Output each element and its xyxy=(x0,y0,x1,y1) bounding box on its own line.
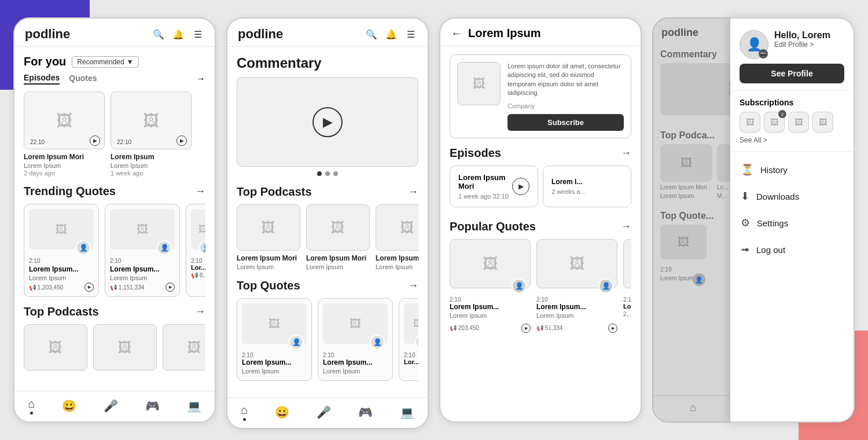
menu-item-history[interactable]: ⏳ History xyxy=(730,156,854,183)
podcast-sub-2-1: Lorem Ipsum xyxy=(306,263,370,270)
pop-avatar-0: 👤 xyxy=(512,278,527,294)
bell-icon[interactable]: 🔔 xyxy=(172,28,185,41)
menu-item-downloads[interactable]: ⬇ Downloads xyxy=(730,183,854,210)
quote-thumb-2: 🖼 👤 xyxy=(191,209,205,250)
quote-avatar-0: 👤 xyxy=(76,240,91,255)
nav-laptop-1[interactable]: 💻 xyxy=(187,399,201,413)
nav-emoji-1[interactable]: 😀 xyxy=(62,399,76,413)
top-podcasts-arrow-2[interactable]: → xyxy=(408,186,418,198)
pop-play-0[interactable]: ▶ xyxy=(521,324,531,333)
popular-quotes-arrow[interactable]: → xyxy=(621,221,631,233)
podcast-card-1-2: 🖼 xyxy=(163,324,205,374)
logo-1: podline xyxy=(25,27,70,42)
for-you-header: For you Recommended ▼ xyxy=(24,55,205,68)
menu-icon[interactable]: ☰ xyxy=(192,28,204,41)
play-button[interactable]: ▶ xyxy=(312,107,343,137)
nav-emoji-2[interactable]: 😀 xyxy=(275,405,289,419)
search-icon[interactable]: 🔍 xyxy=(152,28,165,41)
commentary-title: Commentary xyxy=(237,55,322,71)
top-quotes-arrow[interactable]: → xyxy=(408,280,418,292)
nav-game-1[interactable]: 🎮 xyxy=(145,399,160,413)
emoji-icon-1: 😀 xyxy=(62,399,76,413)
qt-title-0: Lorem Ipsum... xyxy=(242,358,307,366)
episode-thumb-0: 🖼 22:10 ▶ xyxy=(24,91,105,149)
quote-time-2: 2:10 xyxy=(191,258,205,264)
logout-icon: ➟ xyxy=(741,243,749,256)
sub-icon-0[interactable]: 🖼 xyxy=(740,112,760,133)
episode-list-info-0: Lorem Ipsum Mori 1 week ago 32:10 xyxy=(458,173,512,200)
pop-quote-card-1: 🖼 👤 2:10 Lorem Ipsum... Lorem Ipsum 📢 51… xyxy=(536,239,617,333)
top-podcasts-title-2: Top Podcasts xyxy=(237,185,312,199)
laptop-icon-2: 💻 xyxy=(400,405,414,419)
quote-avatar-2: 👤 xyxy=(199,240,205,255)
podcast-card-2-0: 🖼 Lorem Ipsum Mori Lorem Ipsum xyxy=(237,204,300,271)
menu-item-settings[interactable]: ⚙ Settings xyxy=(730,210,854,236)
home-icon-2: ⌂ xyxy=(241,404,248,417)
tab-arrow[interactable]: → xyxy=(196,74,205,84)
bg-podcast-card-0: 🖼 Lorem Ipsum Mori Lorem Ipsum xyxy=(660,144,712,199)
video-player[interactable]: ▶ xyxy=(237,77,418,167)
podcast-card-2-2: 🖼 Lorem Ipsum Mori Lorem Ipsum xyxy=(376,204,418,271)
episodes-row: Lorem Ipsum Mori 1 week ago 32:10 ▶ Lore… xyxy=(450,166,631,212)
nav-home-2[interactable]: ⌂ xyxy=(241,404,248,421)
emoji-icon-2: 😀 xyxy=(275,405,289,419)
back-button[interactable]: ← xyxy=(451,27,462,40)
tab-episodes[interactable]: Episodes xyxy=(24,73,60,85)
screen4: podline Commentary 🖼 Top Podca... 🖼 Lore… xyxy=(652,17,855,423)
trending-quotes-arrow[interactable]: → xyxy=(195,185,205,197)
bell-icon-2[interactable]: 🔔 xyxy=(385,28,398,41)
pop-time-1: 2:10 xyxy=(536,296,617,303)
menu-item-logout[interactable]: ➟ Log out xyxy=(730,236,854,263)
recommended-badge[interactable]: Recommended ▼ xyxy=(72,56,138,68)
for-you-title: For you xyxy=(24,55,66,68)
thumb-play-0[interactable]: ▶ xyxy=(90,135,100,146)
search-icon-2[interactable]: 🔍 xyxy=(365,28,378,41)
edit-profile-link[interactable]: Edit Profile > xyxy=(774,41,830,49)
quote-count-0: 📢 1,203,450 xyxy=(29,284,63,291)
quote-play-1[interactable]: ▶ xyxy=(165,283,175,292)
nav-game-2[interactable]: 🎮 xyxy=(358,405,373,419)
sub-icon-1[interactable]: 🖼 2 xyxy=(764,112,785,133)
quote-thumb-0: 🖼 👤 xyxy=(29,209,94,250)
top-podcasts-arrow-1[interactable]: → xyxy=(195,306,205,318)
quote-time-row-1: 2:10 xyxy=(110,258,175,264)
header-icons-2: 🔍 🔔 ☰ xyxy=(365,28,417,41)
thumb-play-1[interactable]: ▶ xyxy=(176,135,187,146)
menu-icon-2[interactable]: ☰ xyxy=(404,28,417,41)
episodes-arrow-3[interactable]: → xyxy=(621,147,631,159)
sub-icon-2[interactable]: 🖼 xyxy=(788,112,809,133)
screen3: ← Lorem Ipsum 🖼 Lorem ipsum dolor sit am… xyxy=(439,17,642,423)
quote-img-icon-2: 🖼 xyxy=(198,224,205,234)
pop-quotes-row: 🖼 👤 2:10 Lorem Ipsum... Lorem Ipsum 📢 20… xyxy=(450,239,631,333)
see-all-link[interactable]: See All > xyxy=(740,136,844,144)
quote-stats-row-0: 📢 1,203,450 ▶ xyxy=(29,283,94,292)
quote-play-0[interactable]: ▶ xyxy=(84,283,94,292)
subscribe-info: Lorem ipsum dolor sit amet, consectetur … xyxy=(507,62,624,131)
drawer-user-info: Hello, Lorem Edit Profile > xyxy=(774,30,830,49)
tab-quotes[interactable]: Quotes xyxy=(69,74,97,84)
screen2-header: podline 🔍 🔔 ☰ xyxy=(227,19,428,47)
podcast-title-2-1: Lorem Ipsum Mori xyxy=(306,254,370,262)
subscribe-button[interactable]: Subscribe xyxy=(507,114,624,131)
qt-thumb-0: 🖼 👤 xyxy=(242,303,307,344)
sub-icon-3[interactable]: 🖼 xyxy=(812,112,833,133)
podcast-thumb-2-2: 🖼 xyxy=(376,204,418,251)
nav-laptop-2[interactable]: 💻 xyxy=(400,405,414,419)
subscribe-desc: Lorem ipsum dolor sit amet, consectetur … xyxy=(507,62,624,98)
qt-time-0: 2:10 xyxy=(242,352,307,358)
subscribe-company: Company xyxy=(507,102,624,109)
episode-play-0[interactable]: ▶ xyxy=(512,178,529,195)
podcast-cards-row-2: 🖼 Lorem Ipsum Mori Lorem Ipsum 🖼 Lorem I… xyxy=(237,204,418,271)
gamepad-icon-2: 🎮 xyxy=(358,405,373,419)
nav-mic-2[interactable]: 🎤 xyxy=(317,405,331,419)
pop-play-1[interactable]: ▶ xyxy=(608,324,617,333)
bg-logo: podline xyxy=(661,27,698,39)
nav-mic-1[interactable]: 🎤 xyxy=(104,399,118,413)
see-profile-button[interactable]: See Profile xyxy=(740,64,844,83)
pop-quote-thumb-2: 🖼 👤 xyxy=(623,239,631,288)
nav-home-1[interactable]: ⌂ xyxy=(28,397,35,415)
mic-icon-2: 🎤 xyxy=(317,405,331,419)
screen1-header: podline 🔍 🔔 ☰ xyxy=(14,19,215,47)
nav-dot-1 xyxy=(30,412,33,415)
quote-card-2-2: 🖼 👤 2:10 Lor... xyxy=(399,298,418,381)
